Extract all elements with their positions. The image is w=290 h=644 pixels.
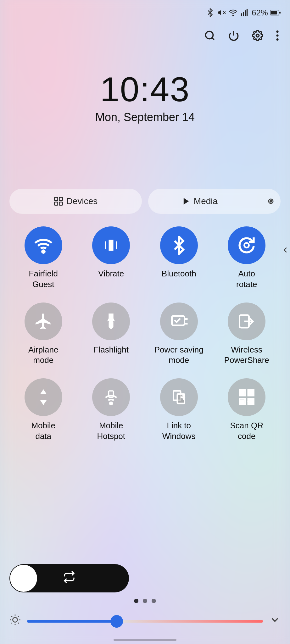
page-dot-1: [134, 599, 138, 603]
vibrate-tile-label: Vibrate: [98, 269, 124, 279]
tiles-row-2: Airplanemode Flashlight: [9, 303, 281, 366]
collapse-button[interactable]: [269, 614, 281, 628]
svg-rect-50: [248, 402, 251, 404]
media-label: Media: [194, 196, 218, 206]
tile-wirelesspowershare[interactable]: WirelessPowerShare: [215, 303, 278, 366]
svg-rect-17: [54, 197, 58, 201]
svg-point-16: [276, 38, 278, 41]
search-button[interactable]: [203, 28, 217, 46]
tile-powersaving[interactable]: Power savingmode: [148, 303, 210, 366]
clock-section: 10:43 Mon, September 14: [0, 69, 290, 124]
autorotate-tile-label: Autorotate: [236, 269, 257, 290]
svg-line-59: [11, 623, 12, 624]
page-dots: [9, 599, 281, 603]
svg-point-35: [110, 402, 113, 405]
autorotate-tile-icon: [228, 226, 265, 264]
airplane-tile-icon: [25, 303, 62, 340]
tile-autorotate[interactable]: Autorotate: [215, 226, 278, 290]
camera-icon: [265, 196, 276, 207]
tile-linktowindows[interactable]: Link toWindows: [148, 378, 210, 442]
page-dot-2: [143, 599, 147, 603]
tiles-row-3: Mobiledata MobileHotspot: [9, 378, 281, 442]
wifi-status-icon: [228, 8, 238, 17]
svg-marker-21: [184, 198, 189, 205]
linktowindows-tile-label: Link toWindows: [162, 420, 195, 442]
svg-rect-19: [54, 202, 58, 205]
tile-scanqr[interactable]: Scan QRcode: [215, 378, 278, 442]
mute-status-icon: [217, 8, 226, 17]
tile-wifi[interactable]: FairfieldGuest: [12, 226, 75, 290]
bluetooth-status-icon: [206, 8, 215, 17]
vibrate-tile-icon: [92, 226, 130, 264]
flashlight-tile-icon: [92, 303, 130, 340]
expand-arrow[interactable]: [281, 245, 290, 257]
top-actions: [203, 28, 281, 46]
powersaving-tile-label: Power savingmode: [154, 345, 204, 366]
svg-point-25: [244, 243, 249, 248]
svg-rect-44: [241, 392, 244, 394]
svg-line-55: [11, 616, 12, 617]
svg-point-10: [206, 31, 213, 39]
mode-toggle[interactable]: [9, 564, 129, 592]
wifi-tile-icon: [25, 226, 62, 264]
svg-line-60: [18, 616, 19, 617]
svg-rect-18: [59, 197, 62, 201]
brightness-slider-thumb[interactable]: [110, 615, 123, 628]
svg-line-11: [212, 38, 214, 40]
status-bar: 62%: [0, 0, 290, 25]
power-button[interactable]: [226, 28, 241, 46]
tile-mobilehotspot[interactable]: MobileHotspot: [80, 378, 142, 442]
tile-airplane[interactable]: Airplanemode: [12, 303, 75, 366]
tile-vibrate[interactable]: Vibrate: [80, 226, 142, 290]
tile-flashlight[interactable]: Flashlight: [80, 303, 142, 366]
brightness-row: [9, 614, 281, 628]
svg-rect-4: [243, 12, 244, 16]
devices-button[interactable]: Devices: [9, 189, 142, 214]
svg-rect-48: [248, 399, 251, 401]
airplane-tile-label: Airplanemode: [28, 345, 58, 366]
svg-rect-9: [279, 12, 281, 14]
svg-point-52: [13, 618, 18, 622]
flashlight-tile-label: Flashlight: [94, 345, 129, 355]
devices-media-row: Devices Media: [9, 189, 281, 214]
svg-rect-46: [241, 400, 244, 403]
scanqr-tile-label: Scan QRcode: [230, 420, 264, 442]
page-dot-3: [152, 599, 156, 603]
clock-date: Mon, September 14: [95, 111, 195, 124]
media-button[interactable]: Media: [148, 189, 281, 214]
svg-rect-20: [59, 202, 62, 205]
quick-tiles-section: FairfieldGuest Vibrate: [9, 226, 281, 454]
clock-time: 10:43: [100, 69, 190, 109]
svg-point-15: [276, 34, 278, 36]
mobiledata-tile-icon: [25, 378, 62, 416]
svg-rect-51: [251, 402, 254, 404]
more-button[interactable]: [274, 28, 281, 46]
battery-icon: [270, 9, 281, 16]
tiles-row-1: FairfieldGuest Vibrate: [9, 226, 281, 290]
scroll-indicator: [114, 639, 176, 641]
brightness-slider[interactable]: [27, 620, 263, 623]
svg-point-14: [276, 31, 278, 33]
toggle-icon: [63, 571, 75, 586]
mobiledata-tile-label: Mobiledata: [31, 420, 55, 442]
svg-rect-5: [245, 10, 246, 16]
wifi-tile-label: FairfieldGuest: [29, 269, 58, 290]
tile-bluetooth[interactable]: Bluetooth: [148, 226, 210, 290]
mobilehotspot-tile-label: MobileHotspot: [97, 420, 125, 442]
bluetooth-tile-icon: [160, 226, 198, 264]
settings-button[interactable]: [250, 28, 265, 46]
svg-point-2: [233, 15, 233, 16]
svg-rect-26: [109, 321, 114, 328]
svg-point-13: [256, 34, 259, 37]
mobilehotspot-tile-icon: [92, 378, 130, 416]
svg-rect-3: [241, 13, 242, 16]
tile-mobiledata[interactable]: Mobiledata: [12, 378, 75, 442]
toggle-knob: [10, 565, 37, 592]
signal-status-icon: [240, 8, 249, 17]
svg-line-56: [18, 623, 19, 624]
svg-rect-45: [250, 392, 252, 394]
bottom-bar: [9, 564, 281, 603]
svg-rect-49: [251, 399, 254, 401]
status-icons: 62%: [206, 8, 281, 18]
wirelesspowershare-tile-icon: [228, 303, 265, 340]
